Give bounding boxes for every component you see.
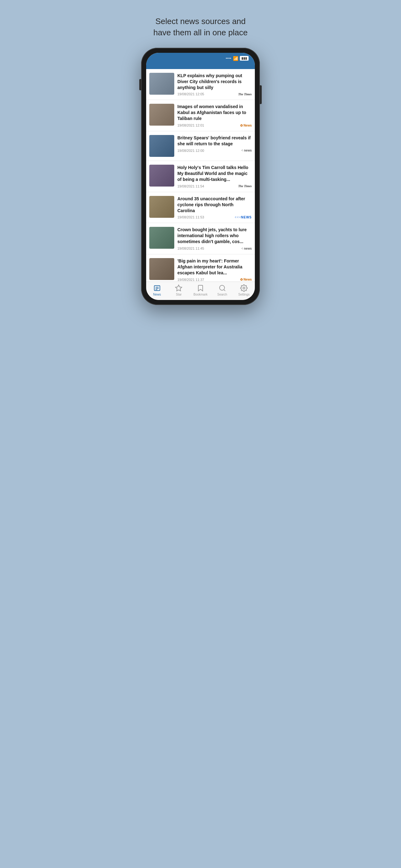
source-badge: The Times [238, 92, 252, 96]
nav-bar [146, 63, 255, 69]
news-meta: 19/08/2021 11:37 ✿ News [177, 278, 252, 281]
news-item[interactable]: Britney Spears' boyfriend reveals if she… [146, 131, 255, 161]
tab-bookmark[interactable]: Bookmark [190, 284, 211, 296]
news-thumbnail [149, 258, 174, 280]
news-content: Britney Spears' boyfriend reveals if she… [177, 135, 252, 157]
news-icon [153, 284, 161, 292]
news-meta: 19/08/2021 12:01 ✿ News [177, 123, 252, 127]
news-date: 19/08/2021 12:00 [177, 149, 204, 153]
status-bar: •••• 📶 ▮▮▮ [146, 53, 255, 63]
settings-icon [240, 284, 248, 292]
source-badge: ⁖ news [241, 149, 252, 152]
news-headline: Britney Spears' boyfriend reveals if she… [177, 135, 252, 147]
news-content: 'Big pain in my heart': Former Afghan in… [177, 258, 252, 281]
tab-label-star: Star [176, 293, 181, 296]
page-subtitle: Select news sources andhave them all in … [153, 16, 248, 38]
news-item[interactable]: Around 35 unaccounted for after cyclone … [146, 192, 255, 223]
source-badge: ⁖ news [241, 247, 252, 250]
source-badge: ✿ News [240, 124, 252, 127]
svg-point-5 [220, 285, 225, 290]
news-date: 19/08/2021 11:37 [177, 278, 204, 281]
page-header: Select news sources andhave them all in … [153, 12, 248, 38]
tab-settings[interactable]: Settings [233, 284, 255, 296]
news-headline: Crown bought jets, yachts to lure intern… [177, 227, 252, 245]
tab-label-bookmark: Bookmark [193, 293, 207, 296]
tab-search[interactable]: Search [211, 284, 233, 296]
svg-line-6 [224, 289, 225, 290]
news-item[interactable]: Images of women vandalised in Kabul as A… [146, 100, 255, 131]
news-meta: 19/08/2021 11:54 The Times [177, 184, 252, 188]
news-item[interactable]: Crown bought jets, yachts to lure intern… [146, 223, 255, 254]
news-content: Around 35 unaccounted for after cyclone … [177, 196, 252, 219]
tab-label-settings: Settings [238, 293, 249, 296]
signal-icon: •••• [226, 57, 231, 60]
phone-screen: •••• 📶 ▮▮▮ KLP explains why pumping out … [146, 53, 255, 300]
svg-marker-4 [175, 285, 182, 291]
wifi-icon: 📶 [233, 56, 238, 61]
search-icon [219, 284, 226, 292]
news-thumbnail [149, 227, 174, 249]
news-thumbnail [149, 196, 174, 218]
svg-point-7 [243, 287, 245, 289]
news-thumbnail [149, 73, 174, 95]
news-headline: Holy Holy's Tim Carroll talks Hello My B… [177, 165, 252, 183]
battery-icon: ▮▮▮ [240, 56, 248, 61]
news-content: Images of women vandalised in Kabul as A… [177, 104, 252, 127]
news-headline: KLP explains why pumping out Diver City … [177, 73, 252, 91]
news-date: 19/08/2021 11:45 [177, 247, 204, 250]
news-thumbnail [149, 135, 174, 157]
news-content: KLP explains why pumping out Diver City … [177, 73, 252, 96]
news-headline: 'Big pain in my heart': Former Afghan in… [177, 258, 252, 276]
news-thumbnail [149, 104, 174, 126]
news-item[interactable]: KLP explains why pumping out Diver City … [146, 69, 255, 100]
news-date: 19/08/2021 11:54 [177, 184, 204, 188]
news-date: 19/08/2021 11:53 [177, 215, 204, 219]
news-headline: Images of women vandalised in Kabul as A… [177, 104, 252, 122]
news-list: KLP explains why pumping out Diver City … [146, 69, 255, 281]
tab-news[interactable]: News [146, 284, 168, 296]
phone-frame: •••• 📶 ▮▮▮ KLP explains why pumping out … [141, 48, 260, 305]
star-icon [175, 284, 182, 292]
tab-label-news: News [153, 293, 161, 296]
news-content: Crown bought jets, yachts to lure intern… [177, 227, 252, 250]
news-date: 19/08/2021 12:05 [177, 92, 204, 96]
news-headline: Around 35 unaccounted for after cyclone … [177, 196, 252, 214]
tab-bar: News Star Bookmark Search Settings [146, 281, 255, 300]
status-icons: •••• 📶 ▮▮▮ [226, 56, 248, 61]
news-meta: 19/08/2021 12:00 ⁖ news [177, 149, 252, 153]
source-badge: ✿ News [240, 278, 252, 281]
news-item[interactable]: Holy Holy's Tim Carroll talks Hello My B… [146, 161, 255, 192]
news-date: 19/08/2021 12:01 [177, 123, 204, 127]
tab-star[interactable]: Star [168, 284, 190, 296]
news-thumbnail [149, 165, 174, 187]
news-meta: 19/08/2021 11:53 ⁖⁖⁖NEWS [177, 215, 252, 219]
news-content: Holy Holy's Tim Carroll talks Hello My B… [177, 165, 252, 188]
source-badge: ⁖⁖⁖NEWS [235, 216, 252, 219]
news-meta: 19/08/2021 11:45 ⁖ news [177, 247, 252, 250]
source-badge: The Times [238, 184, 252, 188]
news-item[interactable]: 'Big pain in my heart': Former Afghan in… [146, 254, 255, 281]
news-meta: 19/08/2021 12:05 The Times [177, 92, 252, 96]
bookmark-icon [197, 284, 204, 292]
tab-label-search: Search [218, 293, 227, 296]
